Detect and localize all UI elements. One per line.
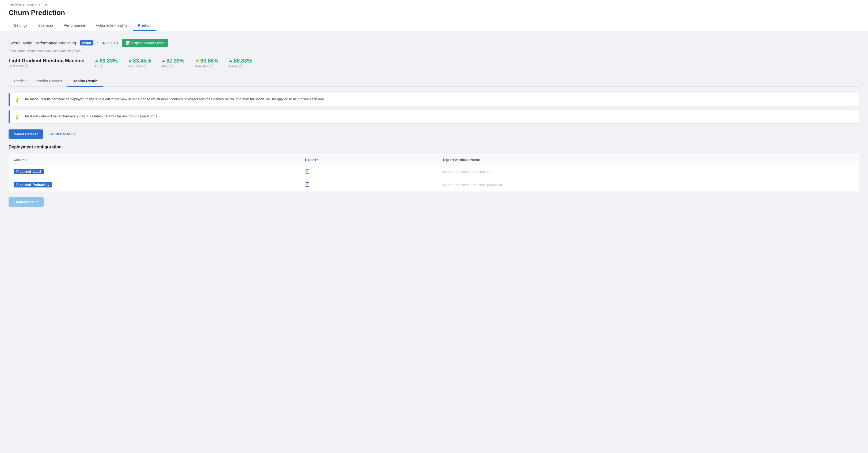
metric-recall: 88.83% Recall i (229, 58, 252, 68)
predicted-label-cell: Predicted_Label (9, 165, 301, 179)
accuracy-info-icon[interactable]: i (142, 64, 146, 68)
select-dataset-button[interactable]: Select Dataset (8, 129, 43, 139)
colon: : (97, 41, 98, 45)
auc-info-icon[interactable]: i (169, 64, 173, 68)
metric-f1-value: 89.83% (95, 58, 118, 64)
attr-name-2-cell: churn_prediction_predicted_probability (438, 179, 860, 191)
model-name-block: Light Gradient Boosting Machine Best Mod… (8, 58, 84, 68)
sub-tab-predict-dataset[interactable]: Predict Dataset (31, 76, 67, 87)
predicted-probability-cell: Predicted_Probability (9, 179, 301, 191)
metric-accuracy: 83.45% Accuracy i (128, 58, 151, 68)
model-name: Light Gradient Boosting Machine (8, 58, 84, 64)
action-row: Select Dataset + NEW DATASET (8, 129, 860, 139)
export-checked-2 (300, 179, 438, 191)
tab-scenario[interactable]: Scenario (33, 21, 58, 31)
data-banner-text: The latest data will be fetched every da… (23, 114, 158, 118)
main-nav: Settings Scenario Performance Actionable… (8, 21, 860, 31)
accuracy-arrow-icon (128, 60, 132, 62)
result-badge: result (80, 40, 93, 45)
deploy-result-button[interactable]: Deploy Result (8, 197, 43, 207)
predicted-probability-tag: Predicted_Probability (13, 182, 52, 188)
breadcrumb: InfinityAI > Models > Edit (8, 3, 860, 7)
bulb-icon-2: 💡 (14, 115, 20, 120)
model-performance-row: Overall Model Performance predicting res… (8, 39, 860, 47)
sub-tab-predict[interactable]: Predict (8, 76, 31, 87)
test-dataset-note: * final model scores based on a test dat… (8, 49, 860, 53)
metric-f1-label: F1 i (95, 64, 103, 68)
good-text: GOOD (106, 41, 118, 45)
metric-auc-label: AUC i (162, 64, 173, 68)
metric-auc: 87.39% AUC i (162, 58, 185, 68)
tab-actionable-insights[interactable]: Actionable Insights (90, 21, 133, 31)
f1-arrow-icon (95, 60, 98, 62)
export-checkbox-2[interactable] (305, 182, 309, 187)
attr-name-1-cell: churn_prediction_predicted_label (438, 165, 860, 179)
chart-icon: 📊 (126, 41, 130, 45)
export-checkbox-1[interactable] (305, 169, 309, 173)
best-model-label: Best Model i (8, 64, 84, 68)
metric-auc-value: 87.39% (162, 58, 185, 64)
deploy-info-banner: 💡 The model results can now be deployed … (8, 93, 860, 106)
tab-settings[interactable]: Settings (8, 21, 33, 31)
recall-arrow-icon (229, 60, 232, 62)
breadcrumb-models[interactable]: Models (27, 3, 37, 7)
col-header-attr-name: Export Attribute Name (438, 155, 860, 165)
metric-accuracy-value: 83.45% (128, 58, 151, 64)
breadcrumb-edit: Edit (43, 3, 49, 7)
metric-accuracy-label: Accuracy i (128, 64, 146, 68)
metric-recall-label: Recall i (229, 64, 242, 68)
metric-precision: ★ 90.86% Precision i (195, 58, 219, 68)
attr-name-1: churn_prediction_predicted_label (443, 170, 494, 174)
page-title: Churn Prediction (8, 8, 860, 17)
good-arrow-icon (102, 42, 105, 44)
metric-precision-label: Precision i (195, 64, 213, 68)
metric-recall-value: 88.83% (229, 58, 252, 64)
deployment-config-title: Deployment configuration (8, 145, 860, 150)
breadcrumb-sep-2: > (39, 3, 42, 7)
tab-performance[interactable]: Performance (58, 21, 90, 31)
explain-model-score-button[interactable]: 📊 Explain Model Score (122, 39, 168, 47)
auc-arrow-icon (162, 60, 165, 62)
explain-btn-label: Explain Model Score (132, 41, 164, 45)
header-area: InfinityAI > Models > Edit Churn Predict… (0, 0, 868, 31)
precision-star-icon: ★ (195, 58, 199, 63)
col-header-column: Column (9, 155, 301, 165)
attr-name-2: churn_prediction_predicted_probability (443, 183, 503, 187)
deployment-table: Column Export? Export Attribute Name Pre… (8, 154, 860, 191)
page-wrapper: InfinityAI > Models > Edit Churn Predict… (0, 0, 868, 453)
col-header-export: Export? (300, 155, 438, 165)
good-label: GOOD (102, 41, 118, 45)
content-area: Overall Model Performance predicting res… (0, 31, 868, 214)
tab-predict[interactable]: Predict (133, 21, 156, 31)
table-row: Predicted_Probability churn_prediction_p… (9, 179, 860, 191)
metric-f1: 89.83% F1 i (95, 58, 118, 68)
model-info-row: Light Gradient Boosting Machine Best Mod… (8, 58, 860, 68)
bulb-icon-1: 💡 (14, 97, 20, 102)
sub-tab-deploy-result[interactable]: Deploy Result (67, 76, 103, 87)
deploy-banner-text: The model results can now be deployed to… (23, 97, 324, 101)
recall-info-icon[interactable]: i (239, 64, 243, 68)
new-dataset-link[interactable]: + NEW DATASET (48, 132, 76, 136)
export-checked-1 (300, 165, 438, 179)
model-perf-label: Overall Model Performance predicting (8, 41, 76, 45)
predicted-label-tag: Predicted_Label (13, 169, 44, 174)
metric-precision-value: ★ 90.86% (195, 58, 219, 64)
data-info-banner: 💡 The latest data will be fetched every … (8, 110, 860, 124)
precision-info-icon[interactable]: i (209, 64, 213, 68)
breadcrumb-infinityai[interactable]: InfinityAI (8, 3, 21, 7)
sub-tabs-nav: Predict Predict Dataset Deploy Result (8, 76, 860, 87)
table-row: Predicted_Label churn_prediction_predict… (9, 165, 860, 179)
best-model-info-icon[interactable]: i (25, 64, 29, 68)
f1-info-icon[interactable]: i (99, 64, 103, 68)
breadcrumb-sep-1: > (23, 3, 25, 7)
